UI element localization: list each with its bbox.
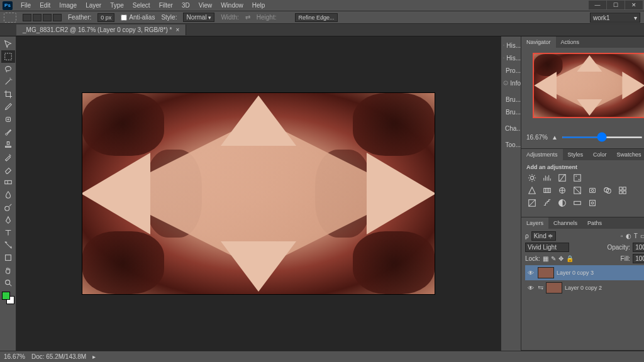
window-minimize-button[interactable]: —: [589, 1, 606, 9]
gradient-tool[interactable]: [1, 176, 15, 189]
menu-layer[interactable]: Layer: [81, 2, 106, 9]
lock-position-icon[interactable]: ✥: [558, 255, 564, 262]
filter-adjustment-icon[interactable]: ◐: [626, 233, 631, 239]
blend-mode-select[interactable]: Vivid Light: [525, 243, 569, 252]
window-maximize-button[interactable]: ☐: [607, 1, 625, 9]
type-tool[interactable]: [1, 226, 15, 239]
filter-shape-icon[interactable]: ▭: [640, 233, 644, 239]
zoom-out-icon[interactable]: ▲: [552, 134, 558, 141]
adj-levels-icon[interactable]: [541, 173, 553, 183]
selection-add-icon[interactable]: [33, 14, 42, 21]
strip-character[interactable]: Cha...: [501, 122, 521, 134]
move-tool[interactable]: [1, 38, 15, 50]
menu-image[interactable]: Image: [55, 2, 81, 9]
navigator-zoom-slider[interactable]: [562, 136, 643, 138]
stamp-tool[interactable]: [1, 138, 15, 151]
adj-color-lookup-icon[interactable]: [617, 185, 628, 195]
status-doc-size[interactable]: Doc: 65.2M/143.8M: [31, 353, 86, 360]
zoom-tool[interactable]: [1, 277, 15, 289]
selection-intersect-icon[interactable]: [53, 14, 62, 21]
lasso-tool[interactable]: [1, 63, 15, 75]
pen-tool[interactable]: [1, 214, 15, 226]
magic-wand-tool[interactable]: [1, 75, 15, 88]
strip-info[interactable]: Info: [501, 77, 521, 89]
window-close-button[interactable]: ✕: [625, 1, 643, 9]
layer-item[interactable]: 👁 Layer 0 copy 3: [525, 265, 644, 280]
marquee-tool[interactable]: [1, 50, 15, 63]
adj-curves-icon[interactable]: [557, 173, 568, 183]
tab-channels[interactable]: Channels: [548, 217, 582, 229]
strip-properties[interactable]: Pro...: [501, 64, 521, 77]
tab-actions[interactable]: Actions: [556, 36, 585, 48]
adj-channel-mixer-icon[interactable]: [602, 185, 613, 195]
menu-3d[interactable]: 3D: [177, 2, 194, 9]
layer-kind-select[interactable]: Kind ≑: [531, 231, 556, 241]
tab-paths[interactable]: Paths: [582, 217, 607, 229]
adj-threshold-icon[interactable]: [557, 198, 568, 208]
layer-name[interactable]: Layer 0 copy 2: [565, 285, 602, 291]
adj-exposure-icon[interactable]: [572, 173, 583, 183]
tab-styles[interactable]: Styles: [563, 149, 589, 160]
navigator-zoom-value[interactable]: 16.67%: [526, 134, 548, 141]
tab-layers[interactable]: Layers: [521, 217, 548, 229]
marquee-tool-icon[interactable]: [4, 13, 16, 23]
fill-input[interactable]: 100%: [633, 254, 644, 263]
lock-pixels-icon[interactable]: ✎: [551, 255, 556, 262]
close-tab-icon[interactable]: ×: [176, 26, 180, 33]
tab-navigator[interactable]: Navigator: [521, 36, 556, 48]
menu-view[interactable]: View: [194, 2, 217, 9]
layer-thumbnail[interactable]: [546, 282, 562, 293]
layer-item[interactable]: 👁 ⮀ Layer 0 copy 2: [525, 280, 644, 295]
path-tool[interactable]: [1, 239, 15, 251]
status-zoom[interactable]: 16.67%: [4, 353, 25, 360]
lock-all-icon[interactable]: 🔒: [566, 255, 574, 262]
tab-adjustments[interactable]: Adjustments: [521, 149, 563, 160]
status-arrow-icon[interactable]: ▸: [92, 353, 96, 360]
blur-tool[interactable]: [1, 189, 15, 201]
dodge-tool[interactable]: [1, 201, 15, 214]
strip-brush-presets[interactable]: Bru...: [501, 106, 521, 118]
link-icon[interactable]: ⮀: [538, 285, 543, 291]
visibility-toggle-icon[interactable]: 👁: [526, 285, 535, 292]
style-select[interactable]: Normal ▾: [183, 13, 214, 22]
adj-gradient-map-icon[interactable]: [572, 198, 583, 208]
menu-help[interactable]: Help: [248, 2, 270, 9]
adj-invert-icon[interactable]: [526, 198, 538, 208]
workspace-select[interactable]: work1▾: [590, 13, 640, 23]
tab-color[interactable]: Color: [588, 149, 612, 160]
feather-input[interactable]: 0 px: [97, 13, 114, 22]
eyedropper-tool[interactable]: [1, 101, 15, 113]
adj-posterize-icon[interactable]: [541, 198, 553, 208]
menu-type[interactable]: Type: [106, 2, 128, 9]
tab-swatches[interactable]: Swatches: [612, 149, 644, 160]
shape-tool[interactable]: [1, 251, 15, 264]
strip-history[interactable]: His...: [501, 39, 521, 52]
foreground-color-swatch[interactable]: [2, 292, 10, 300]
adj-color-balance-icon[interactable]: [557, 185, 568, 195]
strip-tool-presets[interactable]: Too...: [501, 138, 521, 151]
strip-histogram[interactable]: His...: [501, 52, 521, 64]
menu-select[interactable]: Select: [128, 2, 155, 9]
selection-new-icon[interactable]: [23, 14, 31, 21]
menu-window[interactable]: Window: [216, 2, 248, 9]
canvas-area[interactable]: [16, 36, 501, 351]
lock-transparent-icon[interactable]: ▦: [543, 255, 548, 262]
layer-name[interactable]: Layer 0 copy 3: [557, 270, 594, 276]
adj-selective-color-icon[interactable]: [587, 198, 598, 208]
color-swatches[interactable]: [2, 292, 14, 304]
antialias-checkbox[interactable]: Anti-alias: [121, 14, 155, 21]
adj-hue-icon[interactable]: [541, 185, 553, 195]
adj-bw-icon[interactable]: [572, 185, 583, 195]
strip-brushes[interactable]: Bru...: [501, 93, 521, 106]
adj-brightness-icon[interactable]: [526, 173, 538, 183]
document-tab[interactable]: _MG_8831.CR2 @ 16.7% (Layer 0 copy 3, RG…: [16, 25, 186, 35]
healing-tool[interactable]: [1, 113, 15, 126]
document-canvas[interactable]: [82, 93, 435, 294]
opacity-input[interactable]: 100%: [633, 243, 644, 252]
navigator-thumbnail[interactable]: [533, 53, 644, 118]
history-brush-tool[interactable]: [1, 151, 15, 163]
crop-tool[interactable]: [1, 88, 15, 101]
refine-edge-button[interactable]: Refine Edge...: [295, 13, 337, 22]
hand-tool[interactable]: [1, 264, 15, 277]
adj-photo-filter-icon[interactable]: [587, 185, 598, 195]
